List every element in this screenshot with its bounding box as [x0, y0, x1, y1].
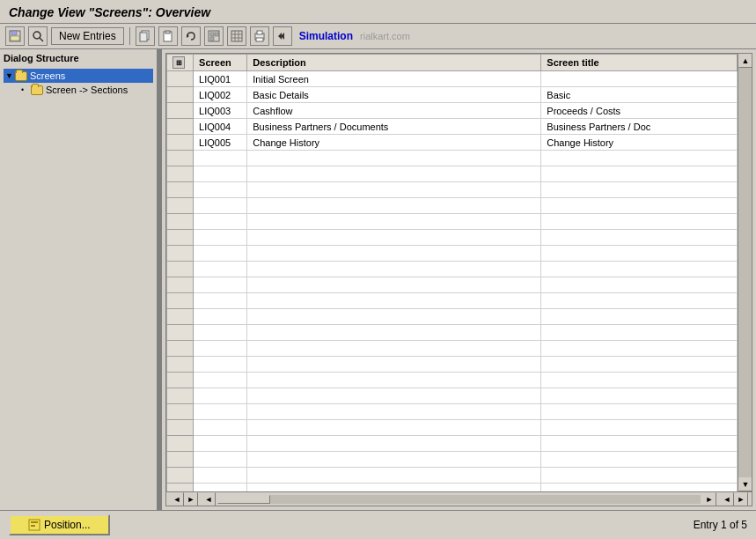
scroll-down-button[interactable]: ▼: [738, 477, 752, 491]
cell-desc-empty: [247, 182, 541, 198]
row-selector-cell: [167, 325, 194, 341]
table-row[interactable]: LIQ004Business Partners / DocumentsBusin…: [167, 119, 738, 135]
svg-rect-25: [31, 521, 38, 523]
row-selector-cell: [167, 309, 194, 325]
scroll-up-button[interactable]: ▲: [738, 54, 752, 68]
h-scroll-track[interactable]: [217, 495, 701, 504]
cell-description: Initial Screen: [247, 71, 541, 87]
row-selector-cell[interactable]: [167, 71, 194, 87]
cell-desc-empty: [247, 357, 541, 373]
cell-desc-empty: [247, 198, 541, 214]
cell-screen-empty: [194, 404, 247, 420]
nav-arrow-next[interactable]: ►: [734, 492, 748, 506]
undo-button[interactable]: [181, 26, 201, 46]
toolbar: New Entries Simulation rialkart.com: [0, 24, 756, 49]
cell-screen-empty: [194, 214, 247, 230]
table-row-empty: [167, 436, 738, 452]
row-selector-cell: [167, 277, 194, 293]
cell-screen-empty: [194, 452, 247, 468]
table-with-scroll: ⊞ Screen Description Scree: [166, 54, 752, 491]
row-selector-cell: [167, 151, 194, 166]
vertical-scrollbar[interactable]: ▲ ▼: [738, 54, 752, 491]
row-selector-cell: [167, 388, 194, 404]
row-selector-cell[interactable]: [167, 87, 194, 103]
cell-screen-empty: [194, 325, 247, 341]
table-row[interactable]: LIQ003CashflowProceeds / Costs: [167, 103, 738, 119]
cell-title-empty: [541, 277, 738, 293]
th-screen-title[interactable]: Screen title: [541, 55, 738, 71]
cell-screen-empty: [194, 151, 247, 166]
scroll-track[interactable]: [738, 68, 752, 477]
cell-desc-empty: [247, 404, 541, 420]
svg-point-3: [33, 32, 40, 39]
nav-arrow-prev[interactable]: ◄: [720, 492, 734, 506]
screens-table: ⊞ Screen Description Scree: [166, 54, 738, 491]
h-scroll-left-btn[interactable]: ◄: [202, 492, 216, 506]
table-row[interactable]: LIQ005Change HistoryChange History: [167, 135, 738, 151]
cell-desc-empty: [247, 309, 541, 325]
page-title: Change View "Screens": Overview: [9, 5, 747, 19]
cell-screen-title: Basic: [541, 87, 738, 103]
cell-title-empty: [541, 198, 738, 214]
cell-screen: LIQ001: [194, 71, 247, 87]
table-scroll-wrapper[interactable]: ⊞ Screen Description Scree: [166, 54, 738, 491]
expand-button[interactable]: [204, 26, 224, 46]
h-scroll-right-btn[interactable]: ►: [702, 492, 716, 506]
nav-arrow-right[interactable]: ►: [184, 492, 198, 506]
table-row[interactable]: LIQ002Basic DetailsBasic: [167, 87, 738, 103]
cell-screen: LIQ004: [194, 119, 247, 135]
cell-desc-empty: [247, 246, 541, 262]
th-selector: ⊞: [167, 55, 194, 71]
new-entries-button[interactable]: New Entries: [51, 27, 124, 45]
row-selector-cell: [167, 436, 194, 452]
th-screen[interactable]: Screen: [194, 55, 247, 71]
dialog-structure-panel: Dialog Structure ▼ Screens • Screen -> S…: [0, 49, 158, 510]
svg-rect-12: [215, 33, 218, 36]
sidebar-item-screen-sections[interactable]: • Screen -> Sections: [19, 83, 153, 97]
cell-title-empty: [541, 357, 738, 373]
row-selector-cell: [167, 420, 194, 436]
table-row-empty: [167, 151, 738, 166]
cell-title-empty: [541, 230, 738, 246]
print-button[interactable]: [250, 26, 269, 46]
folder-icon-sections: [30, 84, 44, 96]
row-selector-cell: [167, 404, 194, 420]
sidebar-item-screens[interactable]: ▼ Screens: [4, 69, 153, 83]
row-selector-cell[interactable]: [167, 103, 194, 119]
nav-first-button[interactable]: [273, 26, 292, 46]
table-resize-icon[interactable]: ⊞: [172, 56, 185, 69]
row-selector-cell: [167, 373, 194, 388]
nav-arrow-left[interactable]: ◄: [170, 492, 184, 506]
table-row-empty: [167, 277, 738, 293]
cell-desc-empty: [247, 452, 541, 468]
position-button[interactable]: Position...: [9, 514, 110, 535]
row-selector-cell: [167, 166, 194, 182]
copy-button[interactable]: [136, 26, 155, 46]
folder-open-icon: [14, 70, 28, 82]
cell-title-empty: [541, 182, 738, 198]
find-button[interactable]: [28, 26, 48, 46]
h-scroll-thumb[interactable]: [217, 495, 270, 504]
grid-button[interactable]: [227, 26, 246, 46]
th-description[interactable]: Description: [247, 55, 541, 71]
cell-screen-empty: [194, 277, 247, 293]
cell-desc-empty: [247, 420, 541, 436]
table-row-empty: [167, 309, 738, 325]
table-row-empty: [167, 373, 738, 388]
simulation-label: Simulation: [299, 30, 353, 42]
row-selector-cell[interactable]: [167, 119, 194, 135]
save-button[interactable]: [5, 26, 25, 46]
svg-rect-8: [165, 31, 170, 33]
row-selector-cell: [167, 357, 194, 373]
svg-rect-20: [257, 31, 262, 34]
row-selector-cell[interactable]: [167, 135, 194, 151]
cell-screen-empty: [194, 182, 247, 198]
svg-rect-14: [231, 31, 242, 41]
table-row[interactable]: LIQ001Initial Screen: [167, 71, 738, 87]
cell-screen: LIQ002: [194, 87, 247, 103]
svg-rect-13: [210, 37, 214, 41]
paste-button[interactable]: [158, 26, 178, 46]
svg-rect-21: [256, 38, 263, 41]
tree-leaf-marker: •: [21, 85, 30, 94]
cell-title-empty: [541, 468, 738, 484]
